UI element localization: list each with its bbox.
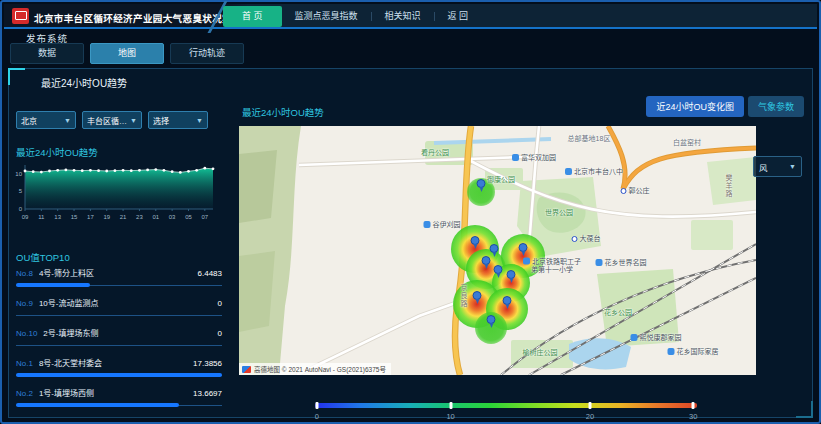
- map-label: 世界公园: [545, 207, 573, 217]
- map-label: 花乡世界名园: [596, 257, 647, 267]
- ranking-rank: No.8: [16, 269, 33, 278]
- filter-select-0[interactable]: 北京▼: [16, 111, 76, 129]
- poi-icon: [512, 154, 519, 161]
- map-panel-title: 最近24小时OU趋势: [242, 105, 324, 119]
- filter-select-2[interactable]: 选择▼: [148, 111, 208, 129]
- tab-1[interactable]: 地图: [90, 43, 164, 64]
- main-nav: 首 页监测点恶臭指数相关知识返 回: [223, 6, 481, 27]
- app-logo-icon: [12, 8, 29, 24]
- map-pin-icon[interactable]: [519, 243, 528, 256]
- ranking-value: 13.6697: [193, 389, 222, 398]
- trend-chart-svg: 0510091113151719212301030507: [11, 159, 221, 225]
- map-pin-icon[interactable]: [494, 265, 503, 278]
- colorbar-gradient: 0102030: [315, 403, 697, 408]
- svg-text:09: 09: [22, 214, 29, 220]
- colorbar-tick-label: 10: [446, 412, 454, 421]
- ranking-row: No.102号-填埋场东侧0: [16, 322, 222, 352]
- trend-chart-title: 最近24小时OU趋势: [16, 145, 98, 159]
- tab-0[interactable]: 数据: [10, 43, 84, 64]
- svg-text:15: 15: [71, 214, 78, 220]
- svg-text:23: 23: [136, 214, 143, 220]
- ranking-value: 6.4483: [198, 269, 222, 278]
- map-pin-icon[interactable]: [490, 244, 499, 257]
- ranking-row-line: No.102号-填埋场东侧0: [16, 322, 222, 338]
- svg-text:0: 0: [19, 206, 23, 212]
- tab-2[interactable]: 行动轨迹: [170, 43, 244, 64]
- map-button-group: 近24小时OU变化图气象参数: [646, 96, 804, 117]
- poi-icon: [523, 258, 530, 265]
- map-button-1[interactable]: 气象参数: [748, 96, 804, 117]
- ranking-rank: No.1: [16, 359, 33, 368]
- poi-icon: [424, 221, 431, 228]
- ranking-row: No.84号-筛分上料区6.4483: [16, 262, 222, 292]
- ranking-rank: No.9: [16, 299, 33, 308]
- app-title: 北京市丰台区循环经济产业园大气恶臭状况实时: [34, 11, 242, 25]
- svg-text:13: 13: [54, 214, 61, 220]
- ou-ranking-list: No.84号-筛分上料区6.4483No.910号-流动监测点0No.102号-…: [16, 262, 222, 412]
- nav-item-3[interactable]: 返 回: [435, 6, 482, 27]
- ranking-row: No.18号-北天堂村委会17.3856: [16, 352, 222, 382]
- map-pin-icon[interactable]: [503, 296, 512, 309]
- ranking-progress-track: [16, 343, 222, 347]
- map-label: 总部基地18区: [568, 133, 611, 143]
- poi-icon: [565, 168, 572, 175]
- ranking-row-line: No.84号-筛分上料区6.4483: [16, 262, 222, 278]
- heatmap-colorbar: 0102030: [315, 403, 697, 423]
- nav-item-0[interactable]: 首 页: [223, 6, 282, 27]
- colorbar-tick-label: 30: [689, 412, 697, 421]
- map-pin-icon[interactable]: [482, 256, 491, 269]
- svg-text:21: 21: [120, 214, 127, 220]
- metro-icon: [572, 236, 578, 242]
- ranking-name: 1号-填埋场西侧: [39, 387, 193, 398]
- svg-text:11: 11: [38, 214, 45, 220]
- ranking-value: 0: [218, 329, 222, 338]
- map-button-0[interactable]: 近24小时OU变化图: [646, 96, 744, 117]
- map-attribution-text: 高德地图 © 2021 AutoNavi - GS(2021)6375号: [254, 364, 386, 374]
- ranking-name: 2号-填埋场东侧: [43, 327, 217, 338]
- map-layer-select[interactable]: 风 ▼: [753, 156, 802, 177]
- ranking-rank: No.2: [16, 389, 33, 398]
- filter-row: 北京▼丰台区循环经济产▼选择▼: [16, 111, 208, 129]
- ranking-progress-track: [16, 313, 222, 317]
- poi-icon: [596, 259, 603, 266]
- svg-text:07: 07: [201, 214, 208, 220]
- poi-icon: [631, 334, 638, 341]
- map-label: 榆树庄公园: [523, 347, 558, 357]
- ranking-name: 10号-流动监测点: [39, 297, 218, 308]
- chevron-down-icon: ▼: [196, 117, 203, 124]
- map-pin-icon[interactable]: [477, 179, 486, 192]
- map-view[interactable]: 看丹公园富华双加园总部基地18区北京市丰台八中郭公庄御康公园世界公园谷伊刈园大葆…: [239, 126, 756, 375]
- poi-icon: [668, 348, 675, 355]
- svg-text:05: 05: [185, 214, 192, 220]
- map-label: 花乡公园: [604, 307, 632, 317]
- view-tabs: 数据地图行动轨迹: [10, 43, 244, 64]
- svg-text:01: 01: [152, 214, 159, 220]
- chevron-down-icon: ▼: [130, 117, 137, 124]
- amap-logo-icon: [242, 366, 251, 373]
- ranking-value: 17.3856: [193, 359, 222, 368]
- map-pin-icon[interactable]: [487, 315, 496, 328]
- map-pin-icon[interactable]: [473, 291, 482, 304]
- filter-select-value: 北京: [21, 115, 62, 126]
- map-pin-icon[interactable]: [507, 270, 516, 283]
- panel-title: 最近24小时OU趋势: [41, 75, 127, 90]
- map-layer-select-value: 风: [759, 161, 789, 173]
- filter-select-1[interactable]: 丰台区循环经济产▼: [82, 111, 142, 129]
- map-label: 谷伊刈园: [424, 219, 461, 229]
- ranking-name: 8号-北天堂村委会: [39, 357, 193, 368]
- map-label: 花乡国际家居: [668, 346, 719, 356]
- ranking-value: 0: [218, 299, 222, 308]
- map-label: 北京市丰台八中: [565, 166, 623, 176]
- nav-item-1[interactable]: 监测点恶臭指数: [282, 6, 371, 27]
- map-label: 熙悦康郡家园: [631, 332, 682, 342]
- map-attribution: 高德地图 © 2021 AutoNavi - GS(2021)6375号: [239, 363, 391, 375]
- nav-item-2[interactable]: 相关知识: [372, 6, 434, 27]
- ranking-progress-fill: [16, 403, 179, 407]
- colorbar-tick: [315, 402, 318, 409]
- chevron-down-icon: ▼: [789, 163, 796, 170]
- filter-select-value: 丰台区循环经济产: [87, 115, 128, 126]
- map-pin-icon[interactable]: [471, 236, 480, 249]
- ranking-rank: No.10: [16, 329, 37, 338]
- ranking-name: 4号-筛分上料区: [39, 267, 198, 278]
- ranking-progress-track: [16, 283, 222, 287]
